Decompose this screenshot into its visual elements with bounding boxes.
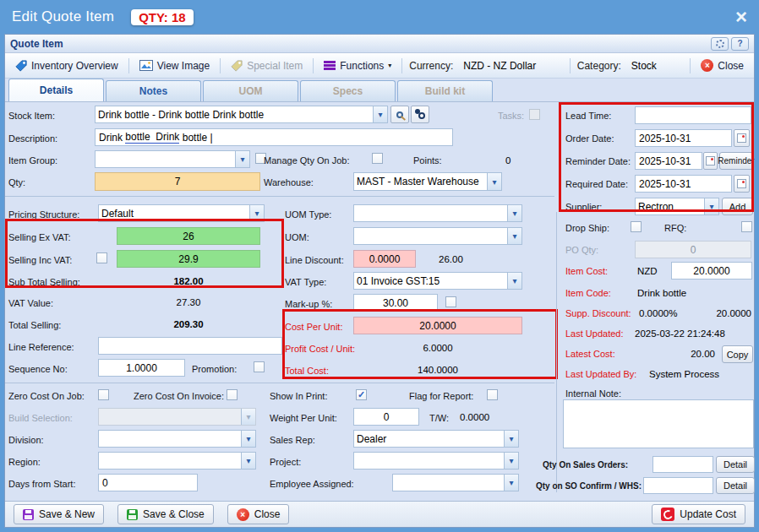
vat-type-dropdown[interactable]: 01 Invoice GST:15 xyxy=(353,272,522,290)
reminder-date-input[interactable] xyxy=(635,152,702,170)
qty-badge: QTY: 18 xyxy=(131,9,194,25)
close-button-label: Close xyxy=(254,508,281,520)
lead-time-input[interactable] xyxy=(635,106,751,124)
order-date-picker-button[interactable] xyxy=(734,129,750,147)
markup-checkbox[interactable] xyxy=(445,296,456,307)
panel-header: Quote Item ? xyxy=(5,35,754,53)
tab-notes[interactable]: Notes xyxy=(106,80,201,101)
line-discount-input[interactable] xyxy=(353,250,416,268)
add-supplier-button[interactable]: Add xyxy=(722,198,753,215)
markup-input[interactable] xyxy=(353,294,438,312)
reminder-date-picker-button[interactable] xyxy=(703,152,718,170)
view-image-button[interactable]: View Image xyxy=(136,58,213,73)
subtotal-selling-value: 182.00 xyxy=(117,276,260,286)
build-selection-label: Build Selection: xyxy=(8,413,73,423)
qty-so-confirm-input[interactable] xyxy=(643,477,713,494)
description-input[interactable]: Drink bottle Drink bottle | xyxy=(95,128,453,146)
cost-per-unit-input[interactable] xyxy=(353,317,522,334)
tw-value: 0.0000 xyxy=(460,412,489,422)
division-dropdown[interactable] xyxy=(98,430,256,448)
item-cost-input[interactable] xyxy=(671,262,752,280)
sales-rep-dropdown[interactable]: Dealer xyxy=(353,430,519,448)
close-circle-icon xyxy=(701,59,713,72)
pricing-structure-label: Pricing Structure: xyxy=(8,209,79,220)
supplier-label: Supplier: xyxy=(565,202,602,212)
weight-per-unit-input[interactable] xyxy=(353,408,419,426)
chevron-down-icon xyxy=(704,198,718,214)
divider xyxy=(5,383,554,383)
divider xyxy=(5,196,554,197)
special-item-button: Special Item xyxy=(227,58,306,73)
inventory-overview-button[interactable]: Inventory Overview xyxy=(12,58,122,73)
zero-cost-invoice-checkbox[interactable] xyxy=(227,389,238,400)
update-cost-button[interactable]: Update Cost xyxy=(652,504,745,524)
tasks-checkbox xyxy=(529,109,540,120)
division-label: Division: xyxy=(8,435,44,445)
selling-inc-vat-checkbox[interactable] xyxy=(96,252,107,263)
panel-header-buttons: ? xyxy=(711,37,749,51)
sequence-no-input[interactable] xyxy=(98,359,185,377)
close-icon[interactable]: × xyxy=(735,8,747,24)
drop-ship-checkbox[interactable] xyxy=(631,221,642,232)
project-dropdown[interactable] xyxy=(353,452,519,470)
toolbar-separator xyxy=(313,58,314,73)
copy-button[interactable]: Copy xyxy=(722,345,753,363)
promotion-checkbox[interactable] xyxy=(254,361,265,372)
zero-cost-job-checkbox[interactable] xyxy=(98,389,109,400)
qty-sales-orders-input[interactable] xyxy=(653,456,713,473)
tab-details[interactable]: Details xyxy=(8,79,104,101)
rfq-checkbox[interactable] xyxy=(741,221,752,232)
tab-uom: UOM xyxy=(203,80,298,101)
uom-dropdown[interactable] xyxy=(353,227,522,245)
selling-ex-vat-input[interactable] xyxy=(117,227,260,245)
order-date-label: Order Date: xyxy=(565,133,614,144)
chevron-down-icon xyxy=(241,453,255,469)
last-updated-label: Last Updated: xyxy=(565,328,624,339)
employee-assigned-dropdown[interactable] xyxy=(392,474,519,491)
functions-button[interactable]: Functions ▾ xyxy=(320,58,395,73)
qty-input[interactable] xyxy=(95,172,260,191)
save-and-close-button[interactable]: Save & Close xyxy=(117,504,214,524)
show-in-print-label: Show In Print: xyxy=(270,391,327,401)
warehouse-dropdown[interactable]: MAST - Master Warehouse xyxy=(353,172,502,191)
flag-for-report-checkbox[interactable] xyxy=(487,389,498,400)
uom-type-dropdown[interactable] xyxy=(353,204,522,222)
line-reference-label: Line Reference: xyxy=(8,342,74,352)
supp-discount-pct: 0.0000% xyxy=(639,308,677,318)
pricing-structure-dropdown[interactable]: Default xyxy=(98,204,265,222)
region-dropdown[interactable] xyxy=(98,452,256,470)
line-reference-input[interactable] xyxy=(98,337,282,355)
chevron-down-icon xyxy=(507,205,521,221)
order-date-input[interactable] xyxy=(635,129,732,147)
search-button[interactable] xyxy=(390,106,409,123)
titlebar: Edit Quote Item QTY: 18 × xyxy=(0,0,759,34)
close-button[interactable]: Close xyxy=(227,504,290,524)
settings-button[interactable] xyxy=(711,37,729,51)
qty-sales-orders-detail-button[interactable]: Detail xyxy=(716,456,755,473)
save-and-new-button[interactable]: Save & New xyxy=(14,504,104,524)
help-button[interactable]: ? xyxy=(731,37,749,51)
manage-qty-checkbox[interactable] xyxy=(372,153,383,164)
show-in-print-checkbox[interactable] xyxy=(356,389,367,400)
chevron-down-icon xyxy=(507,273,521,289)
reminder-button[interactable]: Reminder xyxy=(719,152,753,170)
internal-note-textarea[interactable] xyxy=(563,399,754,448)
link-items-button[interactable] xyxy=(411,106,429,123)
po-qty-input xyxy=(635,241,751,258)
item-group-dropdown[interactable] xyxy=(95,150,250,168)
supplier-dropdown[interactable]: Rectron xyxy=(635,198,719,215)
required-date-picker-button[interactable] xyxy=(734,175,750,193)
description-text: Drink xyxy=(99,132,125,144)
required-date-input[interactable] xyxy=(635,175,732,193)
qty-so-confirm-detail-button[interactable]: Detail xyxy=(716,477,755,494)
toolbar-close-button[interactable]: Close xyxy=(697,57,747,73)
days-from-start-input[interactable] xyxy=(98,474,198,491)
category-label: Category: xyxy=(577,60,621,72)
stock-item-dropdown[interactable]: Drink bottle - Drink bottle Drink bottle xyxy=(95,106,388,123)
promotion-label: Promotion: xyxy=(192,364,237,374)
selling-inc-vat-input[interactable] xyxy=(117,250,260,268)
description-label: Description: xyxy=(8,133,57,144)
warehouse-value: MAST - Master Warehouse xyxy=(354,176,487,187)
rfq-label: RFQ: xyxy=(664,223,686,233)
search-icon xyxy=(396,111,403,118)
